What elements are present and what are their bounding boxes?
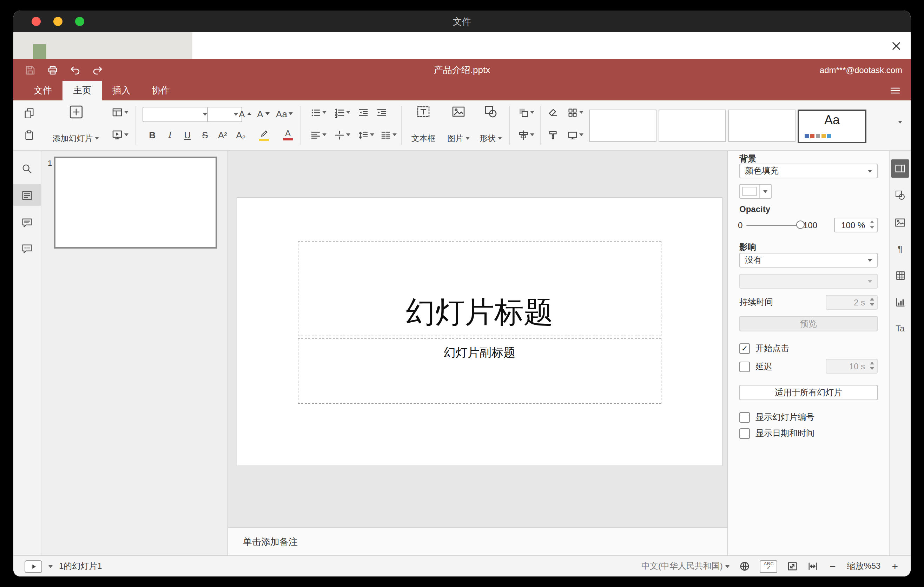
strikeout-button[interactable]: S <box>196 126 213 143</box>
start-slideshow-status-button[interactable] <box>25 560 42 572</box>
show-slide-number-row[interactable]: 显示幻灯片编号 <box>739 411 815 424</box>
editing-canvas: 幻灯片标题 幻灯片副标题 单击添加备注 <box>228 151 728 556</box>
theme-option[interactable] <box>658 110 726 142</box>
shape-settings-icon[interactable] <box>891 186 909 204</box>
underline-button[interactable]: U <box>179 126 196 143</box>
show-datetime-checkbox[interactable] <box>739 428 750 439</box>
horizontal-align-button[interactable] <box>307 126 329 143</box>
font-color-button[interactable]: A <box>277 126 299 143</box>
change-case-button[interactable]: Aa <box>273 106 295 122</box>
clear-style-button[interactable] <box>544 104 561 121</box>
background-color-picker[interactable] <box>739 184 772 199</box>
copy-style-button[interactable] <box>544 126 561 143</box>
decrease-indent-button[interactable] <box>355 104 371 121</box>
preview-header <box>13 32 911 59</box>
title-placeholder[interactable]: 幻灯片标题 <box>298 241 662 336</box>
highlight-color-button[interactable] <box>253 126 275 143</box>
numbering-button[interactable] <box>331 104 353 121</box>
align-shapes-button[interactable] <box>515 126 537 143</box>
subtitle-placeholder[interactable]: 幻灯片副标题 <box>298 338 662 404</box>
textart-settings-icon[interactable]: Ta <box>891 320 909 338</box>
tab-file[interactable]: 文件 <box>23 81 63 101</box>
spinner-down-icon[interactable] <box>870 226 874 229</box>
increase-indent-button[interactable] <box>373 104 390 121</box>
shape-icon <box>484 105 498 119</box>
hamburger-menu-icon[interactable] <box>888 84 902 97</box>
theme-option[interactable] <box>728 110 795 142</box>
spinner-up-icon[interactable] <box>870 221 874 223</box>
opacity-spinner[interactable]: 100 % <box>834 218 878 232</box>
insert-image-button[interactable]: 图片 <box>443 102 474 147</box>
superscript-button[interactable]: A² <box>214 126 231 143</box>
italic-button[interactable]: I <box>162 126 178 143</box>
delay-checkbox-row[interactable]: 延迟 <box>739 361 772 373</box>
apply-to-all-slides-button[interactable]: 适用于所有幻灯片 <box>739 385 878 400</box>
redo-button[interactable] <box>89 61 106 78</box>
line-spacing-icon <box>358 130 368 140</box>
document-language-icon[interactable] <box>740 561 750 572</box>
table-settings-icon[interactable] <box>891 266 909 284</box>
tab-home[interactable]: 主页 <box>63 81 102 101</box>
fit-to-width-icon[interactable] <box>808 561 818 572</box>
bold-button[interactable]: B <box>144 126 161 143</box>
spellcheck-icon[interactable]: ABC✓ <box>760 560 777 572</box>
subscript-button[interactable]: A₂ <box>233 126 249 143</box>
print-button[interactable] <box>44 61 61 78</box>
zoom-in-button[interactable]: + <box>890 561 899 572</box>
slideshow-options-chevron[interactable] <box>48 565 53 568</box>
theme-option[interactable] <box>589 110 657 142</box>
fit-to-slide-icon[interactable] <box>787 561 798 572</box>
columns-button[interactable] <box>377 126 399 143</box>
insert-shape-button[interactable]: 形状 <box>475 102 506 147</box>
background-fill-select[interactable]: 颜色填充 <box>739 163 878 178</box>
search-icon[interactable] <box>18 159 36 178</box>
add-slide-button[interactable]: 添加幻灯片 <box>44 102 107 147</box>
notes-area[interactable]: 单击添加备注 <box>228 527 728 556</box>
delay-checkbox[interactable] <box>739 362 750 372</box>
start-on-click-checkbox-row[interactable]: 开始点击 <box>739 343 789 355</box>
image-settings-icon[interactable] <box>891 213 909 232</box>
close-preview-button[interactable] <box>889 39 902 52</box>
arrow-down-icon <box>266 112 270 115</box>
delay-spinner: 10 s <box>826 359 878 374</box>
effect-select[interactable]: 没有 <box>739 253 878 267</box>
slide-size-button[interactable] <box>564 126 586 143</box>
paste-button[interactable] <box>20 126 37 143</box>
zoom-out-button[interactable]: − <box>828 561 837 572</box>
opacity-slider-track[interactable] <box>746 225 800 226</box>
tab-collaboration[interactable]: 协作 <box>141 81 180 101</box>
arrange-shapes-button[interactable] <box>515 104 537 121</box>
line-spacing-button[interactable] <box>355 126 377 143</box>
theme-option-selected[interactable]: Aa <box>798 110 866 143</box>
comments-icon[interactable] <box>18 213 36 232</box>
save-button[interactable] <box>22 61 39 78</box>
undo-button[interactable] <box>67 61 84 78</box>
bullets-button[interactable] <box>307 104 329 121</box>
home-toolbar: 添加幻灯片 A A Aa B I U S A² A₂ <box>13 101 911 151</box>
slide-thumbnails-panel: 1 <box>41 151 228 556</box>
decrease-font-button[interactable]: A <box>255 106 272 122</box>
increase-font-button[interactable]: A <box>237 106 254 122</box>
paragraph-settings-icon[interactable]: ¶ <box>891 239 909 258</box>
current-color-swatch <box>742 187 757 196</box>
notes-placeholder-text: 单击添加备注 <box>243 535 298 548</box>
slides-panel-icon[interactable] <box>18 186 36 204</box>
chat-icon[interactable] <box>18 239 36 258</box>
start-slideshow-button[interactable] <box>109 126 131 143</box>
vertical-align-button[interactable] <box>331 126 353 143</box>
insert-textbox-button[interactable]: 文本框 <box>406 102 440 147</box>
start-on-click-checkbox[interactable] <box>739 343 750 354</box>
chart-settings-icon[interactable] <box>891 293 909 311</box>
color-scheme-button[interactable] <box>564 104 586 121</box>
slide-surface[interactable]: 幻灯片标题 幻灯片副标题 <box>237 198 722 465</box>
tab-insert[interactable]: 插入 <box>102 81 141 101</box>
theme-gallery-more-button[interactable] <box>895 121 905 137</box>
slide-settings-icon[interactable] <box>891 159 909 178</box>
show-slide-number-checkbox[interactable] <box>739 412 750 423</box>
show-datetime-row[interactable]: 显示日期和时间 <box>739 428 815 440</box>
language-select[interactable]: 中文(中华人民共和国) <box>642 560 730 572</box>
copy-button[interactable] <box>20 104 37 121</box>
slide-thumbnail[interactable] <box>54 157 217 249</box>
slide-layout-button[interactable] <box>109 104 131 121</box>
font-name-select[interactable] <box>142 107 211 122</box>
